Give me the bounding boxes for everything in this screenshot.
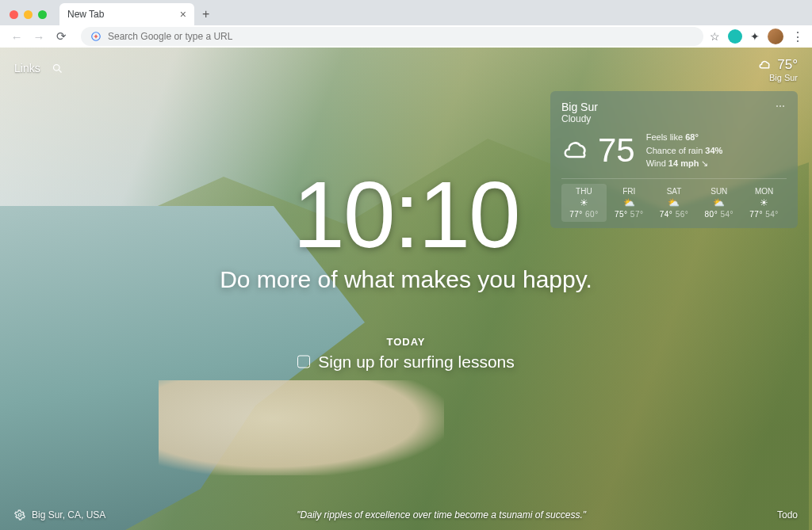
weather-temp: 75 <box>598 132 635 170</box>
toolbar-right: ☆ ✦ ⋮ <box>710 29 804 44</box>
photo-info[interactable]: Big Sur, CA, USA <box>14 509 105 520</box>
address-bar: ← → ⟳ ☆ ✦ ⋮ <box>0 25 812 48</box>
focus-todo-item[interactable]: Sign up for surfing lessons <box>297 353 514 372</box>
reload-button[interactable]: ⟳ <box>52 28 70 45</box>
weather-condition: Cloudy <box>561 113 598 124</box>
background-beach <box>159 380 444 475</box>
feels-like-value: 68° <box>685 132 699 142</box>
quote-text[interactable]: "Daily ripples of excellence over time b… <box>297 509 586 520</box>
tab-title: New Tab <box>67 9 104 20</box>
cloud-icon <box>561 135 592 166</box>
rain-label: Chance of rain <box>646 146 703 155</box>
photo-location: Big Sur, CA, USA <box>32 509 105 520</box>
wind-label: Wind <box>646 158 666 168</box>
bookmark-icon[interactable]: ☆ <box>710 30 720 43</box>
weather-badge[interactable]: 75° Big Sur <box>758 57 798 82</box>
new-tab-page: Links 75° Big Sur Big Sur Cloudy ⋯ 75 F <box>0 48 812 530</box>
tab-bar: New Tab × + <box>0 0 812 25</box>
svg-line-2 <box>59 70 61 72</box>
extensions-menu-icon[interactable]: ✦ <box>750 30 760 43</box>
weather-badge-location: Big Sur <box>758 73 798 82</box>
rain-value: 34% <box>705 146 722 155</box>
svg-point-1 <box>53 64 59 71</box>
window-controls <box>10 10 47 19</box>
wind-value: 14 mph <box>668 158 699 168</box>
google-icon <box>90 31 102 42</box>
search-icon[interactable] <box>52 63 63 74</box>
close-window-button[interactable] <box>10 10 18 19</box>
profile-avatar[interactable] <box>768 29 783 44</box>
browser-chrome: New Tab × + ← → ⟳ ☆ ✦ ⋮ <box>0 0 812 48</box>
forward-button[interactable]: → <box>30 28 48 45</box>
today-focus: TODAY Sign up for surfing lessons <box>0 336 812 372</box>
mantra-text: Do more of what makes you happy. <box>0 266 812 293</box>
back-button[interactable]: ← <box>8 28 25 45</box>
focus-todo-text: Sign up for surfing lessons <box>318 353 514 372</box>
top-left-controls: Links <box>14 62 63 74</box>
maximize-window-button[interactable] <box>38 10 47 19</box>
today-label: TODAY <box>0 336 812 348</box>
checkbox-icon[interactable] <box>297 356 310 368</box>
clock: 10:10 <box>0 168 812 261</box>
todo-button[interactable]: Todo <box>777 509 798 520</box>
weather-location: Big Sur <box>561 101 598 113</box>
weather-current: 75 <box>561 132 635 170</box>
omnibox-input[interactable] <box>108 31 694 42</box>
svg-point-3 <box>18 513 21 517</box>
weather-badge-temp: 75° <box>777 57 798 73</box>
bottom-bar: Big Sur, CA, USA "Daily ripples of excel… <box>0 509 812 520</box>
new-tab-button[interactable]: + <box>202 7 209 21</box>
gear-icon[interactable] <box>14 509 25 520</box>
feels-like-label: Feels like <box>646 132 683 142</box>
minimize-window-button[interactable] <box>24 10 33 19</box>
links-button[interactable]: Links <box>14 62 40 74</box>
weather-menu-icon[interactable]: ⋯ <box>776 101 787 112</box>
browser-menu-icon[interactable]: ⋮ <box>791 29 804 44</box>
center-block: 10:10 Do more of what makes you happy. T… <box>0 168 812 372</box>
extension-icon[interactable] <box>728 29 742 44</box>
close-tab-icon[interactable]: × <box>180 8 186 21</box>
cloud-icon <box>758 58 772 72</box>
browser-tab[interactable]: New Tab × <box>59 3 194 25</box>
weather-details: Feels like 68° Chance of rain 34% Wind 1… <box>646 131 723 170</box>
omnibox[interactable] <box>81 27 703 46</box>
